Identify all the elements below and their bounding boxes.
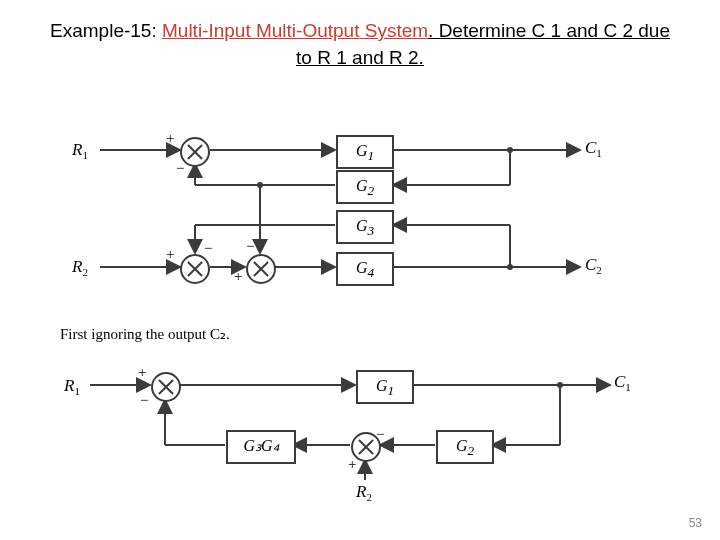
label-R2-bottom: R2 [356,482,372,503]
page-number: 53 [689,516,702,530]
block-G1-bottom: G1 [356,370,414,404]
label-C1-top: C1 [585,138,602,159]
sign-minus-b1: − [140,392,148,409]
block-G3-top: G3 [336,210,394,244]
sign-minus-s1: − [176,160,184,177]
sign-plus-s1: + [166,130,174,147]
block-G4-top: G4 [336,252,394,286]
sign-minus-s2a: − [204,240,212,257]
label-R2-top: R2 [72,257,88,278]
summing-junction-2 [180,254,210,284]
block-G3G4-bottom: G₃G₄ [226,430,296,464]
label-R1-top: R1 [72,140,88,161]
sign-plus-s2a: + [166,246,174,263]
sign-plus-b2: + [348,456,356,473]
sign-plus-s3: + [234,268,242,285]
summing-junction-1 [180,137,210,167]
summing-junction-b1 [151,372,181,402]
block-G2-top: G2 [336,170,394,204]
summing-junction-3 [246,254,276,284]
label-C2-top: C2 [585,255,602,276]
sign-minus-s3: − [246,238,254,255]
sign-plus-b1: + [138,364,146,381]
label-R1-bottom: R1 [64,376,80,397]
block-G1-top: G1 [336,135,394,169]
label-C1-bottom: C1 [614,372,631,393]
diagram-area: R1 R2 C1 C2 + − + − + − G1 G2 G3 G4 Firs… [60,130,660,510]
note-text: First ignoring the output C₂. [60,325,230,343]
slide-title: Example-15: Multi-Input Multi-Output Sys… [0,0,720,71]
sign-minus-b2: − [376,426,384,443]
block-G2-bottom: G2 [436,430,494,464]
